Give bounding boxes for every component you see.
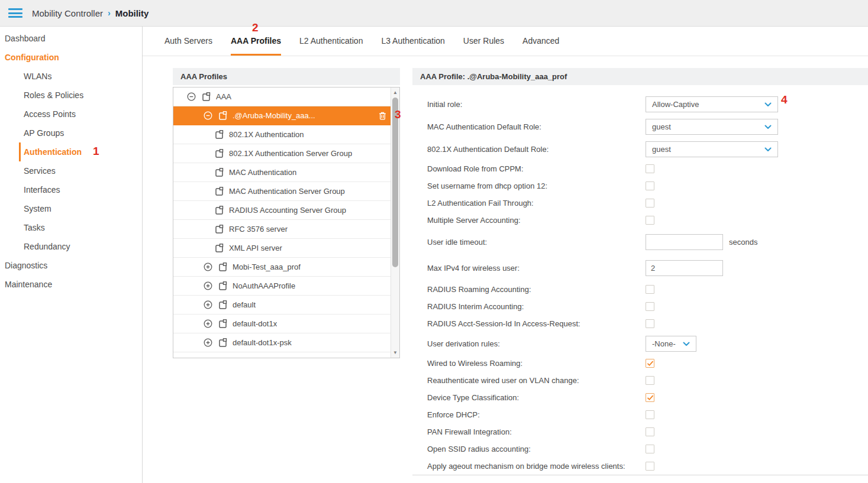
enforce-dhcp-checkbox[interactable]	[646, 410, 654, 419]
sidebar-item-configuration[interactable]: Configuration	[0, 48, 142, 67]
sidebar-item-maintenance[interactable]: Maintenance	[0, 275, 142, 294]
expand-icon[interactable]	[204, 319, 213, 329]
download-role-from-cppm-checkbox[interactable]	[646, 164, 654, 173]
user-derivation-rules-select[interactable]: -None-	[646, 336, 696, 352]
profile-icon	[215, 168, 224, 177]
collapse-icon[interactable]	[204, 111, 213, 121]
annotation-3: 3	[395, 108, 401, 121]
aaa-profiles-tree: AAA .@Aruba-Mobility_aaa... 802.1X Authe…	[173, 87, 400, 358]
tree-row-default[interactable]: default	[173, 296, 399, 315]
device-type-classification-checkbox[interactable]	[646, 393, 654, 402]
tree-row-default-dot1x[interactable]: default-dot1x	[173, 315, 399, 333]
tree-row-802-1x-authentication[interactable]: 802.1X Authentication	[173, 125, 399, 144]
tree-row-xml-api-server[interactable]: XML API server	[173, 239, 399, 258]
tree-row-label: 802.1X Authentication Server Group	[229, 149, 352, 158]
annotation-2: 2	[252, 21, 259, 34]
wired-to-wireless-roaming-checkbox[interactable]	[646, 359, 654, 368]
field-suffix: seconds	[729, 238, 757, 247]
scroll-up-icon[interactable]: ▲	[391, 90, 399, 95]
expand-icon[interactable]	[204, 281, 213, 291]
field-label: Reauthenticate wired user on VLAN change…	[427, 376, 646, 385]
scroll-down-icon[interactable]: ▼	[391, 350, 399, 355]
max-ipv4-for-wireless-user-input[interactable]	[646, 260, 723, 276]
profile-icon	[215, 187, 224, 196]
sidebar-item-services[interactable]: Services	[0, 161, 142, 180]
tab-l2-authentication[interactable]: L2 Authentication	[299, 27, 363, 56]
trash-icon[interactable]	[379, 111, 388, 120]
main-content: Auth ServersAAA ProfilesL2 Authenticatio…	[143, 27, 868, 483]
reauthenticate-wired-user-on-vlan-change-checkbox[interactable]	[646, 376, 654, 385]
sidebar-item-dashboard[interactable]: Dashboard	[0, 29, 142, 48]
open-ssid-radius-accounting-checkbox[interactable]	[646, 445, 654, 453]
field-label: Initial role:	[427, 100, 646, 109]
user-idle-timeout-input[interactable]	[646, 234, 723, 250]
l2-authentication-fail-through-checkbox[interactable]	[646, 199, 654, 208]
tree-row-radius-accounting-server-group[interactable]: RADIUS Accounting Server Group	[173, 201, 399, 220]
tab-l3-authentication[interactable]: L3 Authentication	[381, 27, 444, 56]
sidebar-item-roles-policies[interactable]: Roles & Policies	[0, 86, 142, 105]
sidebar-item-system[interactable]: System	[0, 199, 142, 218]
field-label: Max IPv4 for wireless user:	[427, 264, 646, 273]
profile-icon	[215, 244, 224, 252]
tree-row-noauthaaaprofile[interactable]: NoAuthAAAProfile	[173, 277, 399, 296]
pan-firewall-integration-checkbox[interactable]	[646, 427, 654, 436]
expand-icon[interactable]	[204, 338, 213, 348]
sidebar-item-tasks[interactable]: Tasks	[0, 218, 142, 237]
sidebar-item-label: AP Groups	[24, 124, 64, 142]
tree-row-mac-authentication-server-group[interactable]: MAC Authentication Server Group	[173, 182, 399, 201]
select-value: Allow-Captive	[652, 100, 699, 109]
tree-row-default-dot1x-psk[interactable]: default-dot1x-psk	[173, 333, 399, 352]
field-label: Apply ageout mechanism on bridge mode wi…	[427, 462, 646, 471]
tree-row-802-1x-authentication-server-group[interactable]: 802.1X Authentication Server Group	[173, 144, 399, 163]
802-1x-authentication-default-role-select[interactable]: guest	[646, 141, 778, 157]
tree-row-label: MAC Authentication	[229, 168, 296, 177]
sidebar-item-access-points[interactable]: Access Points	[0, 105, 142, 124]
collapse-icon[interactable]	[187, 92, 196, 102]
tree-row-label: NoAuthAAAProfile	[233, 281, 295, 290]
sidebar-item-redundancy[interactable]: Redundancy	[0, 237, 142, 256]
apply-ageout-mechanism-on-bridge-mode-wireless-clients-checkbox[interactable]	[646, 462, 654, 471]
sidebar-item-interfaces[interactable]: Interfaces	[0, 180, 142, 199]
chevron-down-icon	[683, 339, 690, 348]
radius-interim-accounting-checkbox[interactable]	[646, 302, 654, 311]
tab-auth-servers[interactable]: Auth Servers	[164, 27, 212, 56]
radius-roaming-accounting-checkbox[interactable]	[646, 285, 654, 294]
field-label: Set username from dhcp option 12:	[427, 181, 646, 190]
field-label: 802.1X Authentication Default Role:	[427, 145, 646, 154]
sidebar-item-label: Maintenance	[5, 275, 52, 294]
sidebar-item-ap-groups[interactable]: AP Groups	[0, 124, 142, 142]
profile-icon	[215, 149, 224, 158]
tree-row-mobi-test-aaa-prof[interactable]: Mobi-Test_aaa_prof	[173, 258, 399, 277]
expand-icon[interactable]	[204, 300, 213, 310]
initial-role-select[interactable]: Allow-Captive	[646, 96, 778, 112]
aaa-profile-detail-title: AAA Profile: .@Aruba-Mobility_aaa_prof	[412, 68, 868, 85]
tree-scrollbar[interactable]: ▲ ▼	[391, 87, 399, 358]
scrollbar-thumb[interactable]	[392, 98, 398, 267]
mac-authentication-default-role-select[interactable]: guest	[646, 119, 778, 135]
sidebar-item-diagnostics[interactable]: Diagnostics	[0, 256, 142, 275]
tab-advanced[interactable]: Advanced	[522, 27, 559, 56]
tree-row-mac-authentication[interactable]: MAC Authentication	[173, 163, 399, 182]
sidebar-item-label: Interfaces	[24, 180, 60, 199]
tab-user-rules[interactable]: User Rules	[463, 27, 504, 56]
expand-icon[interactable]	[204, 262, 213, 272]
form-row-radius-interim-accounting: RADIUS Interim Accounting:	[427, 298, 868, 315]
field-label: User idle timeout:	[427, 238, 646, 247]
tree-row-aruba-mobility-aaa[interactable]: .@Aruba-Mobility_aaa...	[173, 106, 399, 125]
field-label: PAN Firewall Integration:	[427, 427, 646, 436]
form-row-set-username-from-dhcp-option-12: Set username from dhcp option 12:	[427, 177, 868, 195]
sidebar-item-authentication[interactable]: Authentication	[0, 142, 142, 161]
breadcrumb-root[interactable]: Mobility Controller	[32, 8, 103, 18]
form-row-l2-authentication-fail-through: L2 Authentication Fail Through:	[427, 195, 868, 212]
sidebar-item-wlans[interactable]: WLANs	[0, 67, 142, 86]
menu-icon[interactable]	[8, 8, 22, 18]
profile-icon	[219, 338, 227, 347]
breadcrumb: Mobility Controller › Mobility	[32, 8, 149, 18]
set-username-from-dhcp-option-12-checkbox[interactable]	[646, 181, 654, 190]
top-bar: Mobility Controller › Mobility	[0, 0, 868, 27]
tree-row-aaa[interactable]: AAA	[173, 87, 399, 106]
multiple-server-accounting-checkbox[interactable]	[646, 216, 654, 225]
tree-row-rfc-3576-server[interactable]: RFC 3576 server	[173, 220, 399, 239]
radius-acct-session-id-in-access-request-checkbox[interactable]	[646, 319, 654, 328]
field-label: Device Type Classification:	[427, 393, 646, 402]
